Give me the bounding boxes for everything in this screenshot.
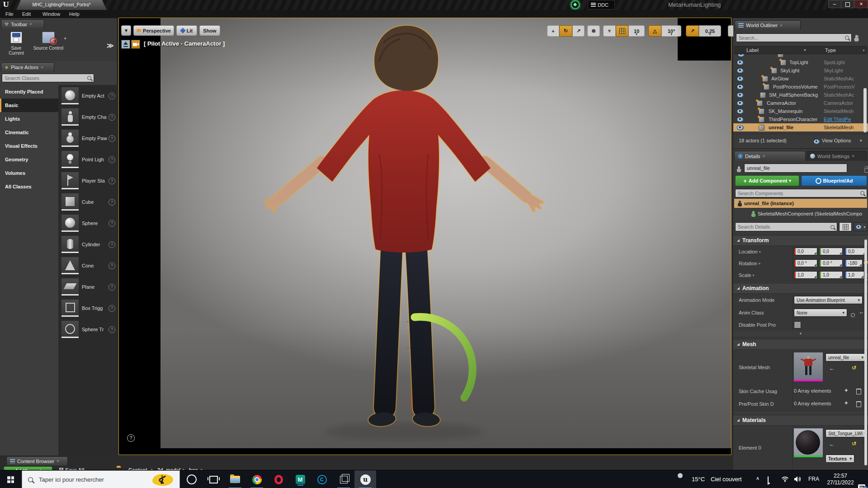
rotation-snap-value-button[interactable]: 10°▾ bbox=[661, 25, 681, 37]
rotate-tool-button[interactable]: ↻ bbox=[559, 25, 572, 37]
visibility-eye-icon[interactable] bbox=[737, 60, 744, 66]
place-item-empty-actor[interactable]: Empty Act? bbox=[58, 86, 117, 107]
source-control-button[interactable]: Source Control bbox=[33, 32, 64, 51]
place-item-sphere-trigger[interactable]: Sphere Tr? bbox=[58, 319, 117, 341]
expand-toolbar-chevron[interactable]: ≫ bbox=[107, 42, 114, 50]
place-item-cube[interactable]: Cube? bbox=[58, 192, 117, 213]
close-icon[interactable]: × bbox=[763, 154, 765, 159]
show-button[interactable]: Show bbox=[199, 25, 220, 36]
visibility-eye-icon[interactable] bbox=[737, 68, 744, 74]
component-row-skeletalmesh[interactable]: SkeletalMeshComponent (SkeletalMeshCompo bbox=[734, 209, 867, 219]
menu-file[interactable]: File bbox=[5, 10, 14, 18]
display-filter-button[interactable]: ▾ bbox=[854, 222, 867, 231]
outliner-row-halfsphere[interactable]: SM_HalfSphereBackg StaticMeshAc bbox=[733, 91, 868, 99]
scale-z-field[interactable]: 1,0 bbox=[844, 271, 864, 279]
view-options-button[interactable]: View Options bbox=[822, 138, 851, 143]
place-item-box-trigger[interactable]: Box Trigg? bbox=[58, 298, 117, 319]
rotation-snap-button[interactable]: △ bbox=[648, 25, 661, 37]
cast-icon[interactable] bbox=[768, 476, 769, 485]
animation-mode-dropdown[interactable]: Use Animation Blueprint▾ bbox=[794, 296, 863, 304]
search-classes-input[interactable]: Search Classes bbox=[2, 74, 94, 82]
surface-snap-button[interactable]: ▿ bbox=[603, 25, 616, 37]
volume-icon[interactable] bbox=[794, 476, 801, 483]
start-button[interactable] bbox=[0, 470, 22, 488]
filter-icon[interactable]: ▼ bbox=[862, 49, 865, 52]
add-component-button[interactable]: +Add Component▾ bbox=[735, 175, 799, 186]
outliner-row-thirdpersoncharacter[interactable]: ThirdPersonCharacter Edit ThirdPe bbox=[733, 115, 868, 123]
place-item-sphere[interactable]: Sphere? bbox=[58, 213, 117, 235]
outliner-row-cameraactor[interactable]: CameraActor CameraActor bbox=[733, 99, 868, 107]
minimize-button[interactable]: – bbox=[828, 0, 841, 8]
rotation-z-field[interactable]: -180 bbox=[844, 259, 863, 267]
search-details-input[interactable]: Search Details bbox=[735, 222, 837, 231]
expand-more-properties[interactable]: ▼ bbox=[733, 331, 868, 338]
textures-dropdown[interactable]: Textures▾ bbox=[826, 455, 854, 463]
visibility-eye-icon[interactable] bbox=[737, 101, 744, 106]
outliner-row-sk-mannequin[interactable]: SK_Mannequin SkeletalMesh bbox=[733, 107, 868, 115]
scale-snap-button[interactable]: ↗ bbox=[686, 25, 699, 37]
category-all-classes[interactable]: All Classes bbox=[0, 180, 58, 193]
viewport-help-icon[interactable]: ? bbox=[127, 434, 135, 442]
source-control-caret[interactable]: ▾ bbox=[64, 36, 66, 41]
skeletal-mesh-thumbnail[interactable] bbox=[794, 352, 823, 381]
category-recently-placed[interactable]: Recently Placed bbox=[0, 85, 58, 99]
place-item-cone[interactable]: Cone? bbox=[58, 256, 117, 277]
browse-icon[interactable] bbox=[851, 313, 855, 317]
grid-snap-value-button[interactable]: 10▾ bbox=[628, 25, 645, 37]
notification-center-button[interactable]: 8 bbox=[858, 484, 865, 488]
character-mesh[interactable] bbox=[255, 18, 553, 447]
menu-edit[interactable]: Edit bbox=[22, 10, 31, 18]
taskbar-unreal-active[interactable]: u bbox=[354, 470, 376, 488]
taskbar-task-view[interactable] bbox=[203, 470, 224, 488]
search-components-input[interactable]: Search Components bbox=[735, 189, 867, 197]
visibility-eye-icon[interactable] bbox=[737, 125, 744, 131]
property-matrix-button[interactable] bbox=[839, 222, 852, 231]
taskbar-opera[interactable] bbox=[268, 470, 289, 488]
close-icon[interactable]: × bbox=[41, 65, 43, 70]
category-geometry[interactable]: Geometry bbox=[0, 153, 58, 166]
blueprint-add-button[interactable]: Blueprint/Ad bbox=[801, 175, 867, 186]
close-button[interactable]: × bbox=[854, 0, 868, 8]
category-visual-effects[interactable]: Visual Effects bbox=[0, 139, 58, 153]
place-item-player-start[interactable]: Player Sta? bbox=[58, 171, 117, 192]
scale-x-field[interactable]: 1,0 bbox=[794, 271, 817, 279]
disable-postprocess-checkbox[interactable] bbox=[794, 321, 801, 328]
component-row-instance[interactable]: unreal_file (Instance) bbox=[734, 199, 867, 208]
visibility-eye-icon[interactable] bbox=[737, 117, 744, 122]
category-basic[interactable]: Basic bbox=[0, 99, 58, 112]
mesh-section-header[interactable]: Mesh bbox=[733, 339, 868, 350]
lit-button[interactable]: Lit bbox=[176, 25, 197, 36]
category-cinematic[interactable]: Cinematic bbox=[0, 126, 58, 139]
menu-help[interactable]: Help bbox=[69, 10, 80, 18]
world-outliner-tab[interactable]: World Outliner× bbox=[735, 20, 801, 30]
close-icon[interactable]: × bbox=[852, 154, 854, 159]
clock[interactable]: 22:57 27/11/2022 bbox=[825, 473, 856, 486]
trash-icon[interactable] bbox=[856, 389, 861, 394]
outliner-row-unreal-file-selected[interactable]: unreal_file SkeletalMesh bbox=[733, 123, 868, 131]
taskbar-chrome[interactable] bbox=[246, 470, 268, 488]
taskbar-creative-cloud[interactable]: C bbox=[311, 470, 333, 488]
outliner-row-postprocessvolume[interactable]: PostProcessVolume PostProcessV bbox=[733, 83, 868, 91]
stop-pilot-button[interactable] bbox=[121, 40, 130, 49]
taskbar-file-explorer[interactable] bbox=[224, 470, 246, 488]
content-browser-tab[interactable]: Content Browser× bbox=[6, 456, 68, 465]
weather-temp[interactable]: 15°C bbox=[692, 476, 705, 483]
tray-expand-chevron[interactable]: ∧ bbox=[756, 475, 760, 481]
use-selected-icon[interactable]: ← bbox=[859, 309, 864, 315]
trash-icon[interactable] bbox=[856, 401, 861, 407]
visibility-eye-icon[interactable] bbox=[737, 76, 744, 82]
rotation-x-field[interactable]: 0,0 ° bbox=[794, 259, 817, 267]
place-actors-tab[interactable]: ❖ Place Actors× bbox=[1, 62, 54, 72]
perspective-button[interactable]: Perspective bbox=[133, 25, 174, 36]
outliner-search-input[interactable]: Search... bbox=[736, 33, 852, 42]
restore-button[interactable] bbox=[841, 0, 854, 8]
location-y-field[interactable]: 0,0 bbox=[819, 248, 843, 255]
place-item-cylinder[interactable]: Cylinder? bbox=[58, 235, 117, 256]
taskbar-3d-viewer[interactable] bbox=[333, 470, 354, 488]
outliner-row-toplight[interactable]: TopLight SpotLight bbox=[733, 58, 868, 66]
column-label[interactable]: Label bbox=[746, 47, 759, 53]
world-local-toggle-button[interactable]: ⊕ bbox=[587, 25, 600, 37]
use-selected-icon[interactable]: ← bbox=[829, 365, 835, 371]
taskbar-search-input[interactable]: Taper ici pour rechercher bbox=[22, 470, 180, 488]
close-icon[interactable]: × bbox=[29, 22, 32, 27]
